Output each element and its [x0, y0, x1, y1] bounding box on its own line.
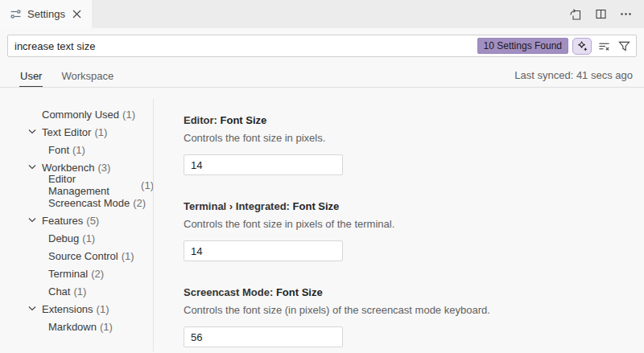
search-row: 10 Settings Found: [0, 28, 644, 63]
tab-title: Settings: [27, 8, 65, 20]
setting-title: Editor: Font Size: [184, 113, 644, 127]
setting-title: Terminal › Integrated: Font Size: [184, 199, 644, 213]
toc-item-debug[interactable]: Debug(1): [0, 229, 154, 247]
settings-toc: Commonly Used(1) Text Editor(1) Font(1) …: [0, 88, 154, 351]
chevron-down-icon: [28, 163, 36, 170]
clear-search-results-icon[interactable]: [596, 38, 612, 54]
setting-value-input[interactable]: [184, 240, 343, 261]
setting-value-input[interactable]: [184, 326, 343, 347]
scope-row: User Workspace Last synced: 41 secs ago: [0, 63, 644, 88]
settings-search-input[interactable]: [8, 35, 477, 56]
settings-editor-window: Settings: [0, 0, 644, 353]
tab-settings[interactable]: Settings: [0, 0, 92, 28]
setting-value-input[interactable]: [184, 154, 343, 175]
last-synced-label: Last synced: 41 secs ago: [514, 69, 633, 81]
setting-screencast-mode-font-size: Screencast Mode: Font Size Controls the …: [184, 285, 644, 347]
settings-list: Editor: Font Size Controls the font size…: [154, 88, 644, 351]
toc-item-markdown[interactable]: Markdown(1): [0, 318, 154, 335]
chevron-down-icon: [28, 305, 36, 312]
settings-count-badge: 10 Settings Found: [477, 38, 568, 54]
setting-editor-font-size: Editor: Font Size Controls the font size…: [184, 113, 644, 175]
setting-description: Controls the font size in pixels of the …: [184, 218, 644, 231]
search-controls: 10 Settings Found: [477, 38, 636, 55]
chevron-down-icon: [28, 128, 36, 135]
toc-item-extensions[interactable]: Extensions(1): [0, 300, 154, 318]
open-settings-json-icon[interactable]: [569, 8, 582, 21]
toc-item-commonly-used[interactable]: Commonly Used(1): [0, 105, 154, 123]
toc-item-font[interactable]: Font(1): [0, 141, 154, 158]
toc-item-source-control[interactable]: Source Control(1): [0, 247, 154, 265]
setting-title: Screencast Mode: Font Size: [184, 285, 644, 299]
toc-item-editor-management[interactable]: Editor Management(1): [0, 176, 154, 194]
search-box: 10 Settings Found: [7, 35, 637, 57]
settings-sliders-icon: [10, 8, 22, 20]
editor-tab-bar: Settings: [0, 0, 644, 28]
chevron-down-icon: [28, 216, 36, 224]
split-editor-icon[interactable]: [595, 8, 607, 20]
toc-item-screencast-mode[interactable]: Screencast Mode(2): [0, 194, 154, 211]
settings-body: Commonly Used(1) Text Editor(1) Font(1) …: [0, 88, 644, 351]
ai-sparkle-icon[interactable]: [572, 38, 592, 55]
more-actions-icon[interactable]: [620, 8, 632, 20]
filter-icon[interactable]: [616, 38, 632, 54]
tab-workspace[interactable]: Workspace: [60, 64, 114, 87]
setting-description: Controls the font size (in pixels) of th…: [184, 304, 644, 317]
setting-terminal-integrated-font-size: Terminal › Integrated: Font Size Control…: [184, 199, 644, 261]
tab-user[interactable]: User: [19, 64, 43, 87]
toc-item-chat[interactable]: Chat(1): [0, 282, 154, 300]
toc-item-terminal[interactable]: Terminal(2): [0, 265, 154, 282]
toc-item-features[interactable]: Features(5): [0, 211, 154, 229]
editor-actions: [569, 0, 644, 28]
toc-item-text-editor[interactable]: Text Editor(1): [0, 123, 154, 141]
scope-tabs: User Workspace: [19, 63, 114, 87]
close-tab-icon[interactable]: [71, 7, 84, 22]
setting-description: Controls the font size in pixels.: [184, 132, 644, 145]
